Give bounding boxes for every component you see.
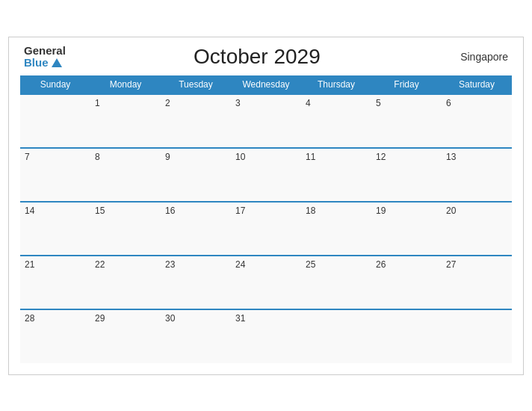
day-number: 17	[235, 206, 245, 216]
calendar-table: Sunday Monday Tuesday Wednesday Thursday…	[20, 75, 512, 363]
calendar-cell: 21	[20, 256, 90, 309]
calendar-cell: 25	[301, 256, 371, 309]
calendar-cell: 5	[371, 94, 442, 148]
weekday-thursday: Thursday	[301, 75, 371, 94]
calendar-cell: 15	[90, 202, 161, 256]
calendar-cell: 12	[371, 148, 442, 202]
calendar-cell: 2	[161, 94, 231, 148]
day-number: 12	[376, 152, 386, 162]
calendar-cell: 10	[231, 148, 301, 202]
calendar-cell: 8	[90, 148, 161, 202]
calendar-cell	[20, 94, 90, 148]
day-number: 1	[95, 98, 100, 108]
calendar-title: October 2029	[66, 45, 448, 69]
calendar-cell: 3	[231, 94, 301, 148]
day-number: 11	[306, 152, 315, 162]
day-number: 25	[306, 259, 315, 270]
calendar-cell	[442, 309, 512, 363]
day-number: 16	[165, 206, 175, 216]
calendar-cell: 18	[301, 202, 371, 256]
calendar-cell: 16	[161, 202, 231, 256]
day-number: 22	[95, 259, 105, 270]
calendar-cell: 6	[442, 94, 512, 148]
logo-general-text: General	[24, 45, 66, 58]
day-number: 6	[446, 98, 451, 108]
calendar-cell: 4	[301, 94, 371, 148]
day-number: 7	[25, 152, 30, 162]
day-number: 19	[376, 206, 386, 216]
calendar-cell: 7	[20, 148, 90, 202]
logo-blue-text: Blue	[24, 57, 66, 69]
weekday-sunday: Sunday	[20, 75, 90, 94]
day-number: 13	[446, 152, 456, 162]
weekday-wednesday: Wednesday	[231, 75, 301, 94]
day-number: 4	[306, 98, 311, 108]
calendar-body: 1234567891011121314151617181920212223242…	[20, 94, 512, 363]
calendar-cell: 30	[161, 309, 231, 363]
day-number: 5	[376, 98, 381, 108]
day-number: 20	[446, 206, 456, 216]
calendar-cell: 14	[20, 202, 90, 256]
calendar-cell: 27	[442, 256, 512, 309]
day-number: 26	[376, 259, 386, 270]
day-number: 27	[446, 259, 456, 270]
calendar-cell: 19	[371, 202, 442, 256]
calendar-cell	[371, 309, 442, 363]
weekday-friday: Friday	[371, 75, 442, 94]
calendar-cell: 22	[90, 256, 161, 309]
day-number: 21	[25, 259, 34, 270]
day-number: 2	[165, 98, 170, 108]
day-number: 23	[165, 259, 175, 270]
calendar-cell: 28	[20, 309, 90, 363]
calendar-cell: 26	[371, 256, 442, 309]
calendar-cell: 1	[90, 94, 161, 148]
day-number: 3	[235, 98, 241, 108]
day-number: 14	[25, 206, 34, 216]
day-number: 10	[235, 152, 245, 162]
logo-triangle-icon	[52, 58, 62, 67]
calendar-cell: 23	[161, 256, 231, 309]
day-number: 8	[95, 152, 100, 162]
calendar-cell: 20	[442, 202, 512, 256]
day-number: 28	[25, 313, 34, 324]
day-number: 31	[235, 313, 245, 324]
calendar-cell	[301, 309, 371, 363]
logo: General Blue	[24, 45, 66, 69]
weekday-tuesday: Tuesday	[161, 75, 231, 94]
calendar-region: Singapore	[448, 51, 508, 63]
calendar-cell: 11	[301, 148, 371, 202]
weekday-saturday: Saturday	[442, 75, 512, 94]
day-number: 9	[165, 152, 170, 162]
calendar-cell: 31	[231, 309, 301, 363]
day-number: 29	[95, 313, 105, 324]
day-number: 15	[95, 206, 105, 216]
calendar-cell: 24	[231, 256, 301, 309]
weekday-monday: Monday	[90, 75, 161, 94]
calendar: General Blue October 2029 Singapore Sund…	[8, 37, 524, 375]
calendar-weekdays-row: Sunday Monday Tuesday Wednesday Thursday…	[20, 75, 512, 94]
calendar-cell: 17	[231, 202, 301, 256]
day-number: 30	[165, 313, 175, 324]
calendar-cell: 29	[90, 309, 161, 363]
day-number: 18	[306, 206, 315, 216]
calendar-header: General Blue October 2029 Singapore	[20, 45, 512, 69]
day-number: 24	[235, 259, 245, 270]
calendar-cell: 13	[442, 148, 512, 202]
calendar-cell: 9	[161, 148, 231, 202]
